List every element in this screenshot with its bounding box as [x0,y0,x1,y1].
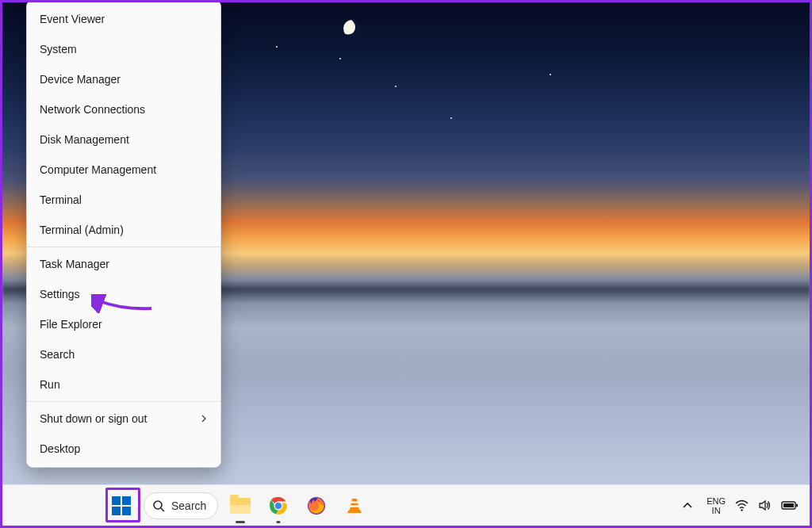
menu-item-disk-management[interactable]: Disk Management [27,124,220,155]
menu-item-task-manager[interactable]: Task Manager [27,249,220,279]
svg-rect-6 [351,501,358,503]
menu-item-computer-management[interactable]: Computer Management [27,155,220,185]
open-indicator [236,521,245,523]
svg-rect-11 [796,504,798,507]
menu-item-run[interactable]: Run [27,369,220,400]
taskbar-search[interactable]: Search [144,492,218,519]
menu-item-file-explorer[interactable]: File Explorer [27,309,220,339]
menu-label: Settings [40,288,80,300]
menu-label: Computer Management [40,163,156,176]
vlc-icon [345,496,364,515]
menu-label: File Explorer [40,318,102,331]
menu-label: Disk Management [40,133,129,146]
chrome-icon [269,496,288,515]
menu-separator [27,247,220,247]
menu-item-system[interactable]: System [27,34,220,64]
menu-label: Desktop [40,442,80,455]
file-explorer-icon [230,498,251,514]
menu-label: Device Manager [40,73,121,86]
menu-label: Terminal (Admin) [40,224,124,236]
windows-logo-icon [112,496,131,515]
language-indicator[interactable]: ENG IN [707,496,726,515]
taskbar-app-file-explorer[interactable] [224,490,256,522]
menu-item-settings[interactable]: Settings [27,279,220,309]
menu-label: System [40,43,77,55]
winx-context-menu: Event Viewer System Device Manager Netwo… [26,0,221,468]
svg-point-4 [275,502,282,509]
language-bottom: IN [707,506,726,515]
svg-point-0 [154,501,162,509]
menu-item-network-connections[interactable]: Network Connections [27,94,220,124]
menu-item-device-manager[interactable]: Device Manager [27,64,220,94]
menu-item-search[interactable]: Search [27,339,220,369]
menu-label: Event Viewer [40,13,105,25]
menu-label: Search [40,348,75,361]
chevron-right-icon [200,415,208,423]
moon-graphic [341,17,363,40]
taskbar-app-vlc[interactable] [339,490,370,522]
menu-item-terminal-admin[interactable]: Terminal (Admin) [27,215,220,245]
taskbar-app-chrome[interactable] [262,490,294,522]
systray-overflow-button[interactable] [678,490,697,522]
menu-label: Task Manager [40,258,109,270]
wifi-icon[interactable] [735,499,749,512]
battery-icon[interactable] [781,499,799,512]
menu-item-shut-down-or-sign-out[interactable]: Shut down or sign out [27,404,220,434]
taskbar-app-firefox[interactable] [301,490,332,522]
svg-line-1 [161,508,164,511]
menu-separator [27,401,220,402]
menu-item-terminal[interactable]: Terminal [27,185,220,215]
menu-item-desktop[interactable]: Desktop [27,434,220,464]
start-button[interactable] [105,490,137,522]
search-icon [152,499,165,512]
svg-point-8 [741,509,742,511]
menu-label: Network Connections [40,103,145,116]
chevron-up-icon [682,500,693,511]
star-graphic [450,117,452,119]
svg-rect-10 [783,503,794,507]
search-label: Search [171,499,206,512]
star-graphic [276,46,278,48]
taskbar: Search [2,484,810,526]
menu-label: Run [40,378,60,391]
menu-label: Terminal [40,193,82,206]
speaker-icon[interactable] [758,499,772,512]
open-indicator [277,521,281,523]
star-graphic [550,74,551,75]
firefox-icon [307,496,326,515]
menu-item-event-viewer[interactable]: Event Viewer [27,4,220,34]
language-top: ENG [707,496,726,506]
star-graphic [339,58,341,59]
star-graphic [395,86,396,87]
menu-label: Shut down or sign out [40,412,147,425]
svg-rect-7 [350,505,358,507]
